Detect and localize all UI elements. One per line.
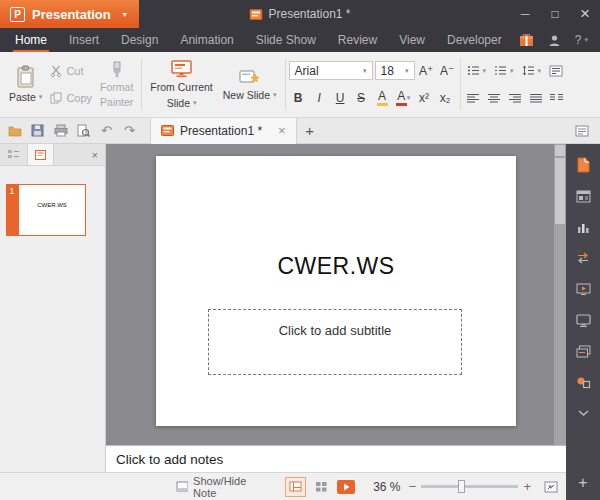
font-color-button[interactable]: A ▾: [394, 89, 413, 108]
maximize-button[interactable]: □: [540, 0, 570, 28]
align-center-button[interactable]: [485, 89, 504, 108]
from-current-slide-button[interactable]: From Current Slide▾: [145, 55, 217, 114]
slideshow-button[interactable]: [335, 477, 356, 497]
more-panels-icon[interactable]: [574, 404, 592, 422]
from-current-label-2: Slide: [167, 97, 190, 109]
add-panel-button[interactable]: +: [578, 474, 587, 492]
ribbon-separator: [285, 59, 286, 110]
tab-view[interactable]: View: [388, 28, 436, 52]
bullets-button[interactable]: ▾: [464, 64, 490, 77]
tab-home[interactable]: Home: [4, 28, 58, 52]
shrink-font-button[interactable]: A⁻: [438, 61, 457, 80]
monitor-icon[interactable]: [574, 311, 592, 329]
slide-panel-tabs: ×: [0, 144, 105, 166]
align-left-button[interactable]: [464, 89, 483, 108]
shapes-icon[interactable]: [574, 373, 592, 391]
share-icon[interactable]: [574, 249, 592, 267]
superscript-button[interactable]: x²: [415, 89, 434, 108]
scrollbar-thumb[interactable]: [555, 158, 565, 224]
gallery-icon[interactable]: [574, 342, 592, 360]
columns-button[interactable]: [548, 89, 567, 108]
vertical-scrollbar[interactable]: [554, 144, 566, 445]
ribbon-separator: [141, 59, 142, 110]
slides-view-tab[interactable]: [27, 144, 54, 165]
show-hide-note-label: Show/Hide Note: [193, 475, 267, 499]
close-panel-icon[interactable]: ×: [92, 149, 105, 161]
help-menu[interactable]: ?▾: [575, 33, 588, 47]
subscript-button[interactable]: x₂: [436, 89, 455, 108]
numbering-button[interactable]: ▾: [491, 64, 517, 77]
print-preview-button[interactable]: [73, 121, 94, 141]
strikethrough-button[interactable]: S: [352, 89, 371, 108]
zoom-out-button[interactable]: −: [409, 479, 417, 494]
font-size-combo[interactable]: 18 ▾: [375, 61, 415, 80]
document-tab[interactable]: Presentation1 * ×: [150, 118, 297, 144]
scrollbar-up-button[interactable]: [555, 145, 565, 156]
justify-icon: [530, 93, 543, 104]
paint-brush-icon: [110, 61, 124, 78]
justify-button[interactable]: [527, 89, 546, 108]
close-tab-icon[interactable]: ×: [278, 123, 286, 138]
zoom-slider[interactable]: [421, 485, 518, 488]
new-document-icon[interactable]: [574, 156, 592, 174]
bold-button[interactable]: B: [289, 89, 308, 108]
copy-button[interactable]: Copy: [47, 91, 95, 105]
normal-view-button[interactable]: [285, 477, 306, 497]
clipboard-icon: [16, 65, 36, 88]
zoom-level[interactable]: 36 %: [370, 480, 404, 494]
tab-developer[interactable]: Developer: [436, 28, 513, 52]
new-slide-button[interactable]: New Slide▾: [218, 55, 282, 114]
slide-thumbnail[interactable]: CWER.WS: [18, 184, 86, 236]
line-spacing-button[interactable]: ▾: [519, 64, 545, 77]
tab-animation[interactable]: Animation: [169, 28, 244, 52]
cut-button[interactable]: Cut: [47, 64, 95, 78]
subtitle-placeholder[interactable]: Click to add subtitle: [208, 309, 462, 375]
slide-title-text[interactable]: CWER.WS: [156, 253, 516, 280]
layout-icon[interactable]: [574, 187, 592, 205]
notes-pane[interactable]: Click to add notes: [106, 445, 566, 472]
show-hide-note-button[interactable]: Show/Hide Note: [176, 475, 267, 499]
app-menu-button[interactable]: P Presentation ▾: [0, 0, 139, 28]
underline-button[interactable]: U: [331, 89, 350, 108]
zoom-slider-thumb[interactable]: [458, 480, 465, 493]
ribbon-separator: [460, 59, 461, 110]
gift-icon[interactable]: [519, 33, 534, 47]
font-name-combo[interactable]: Arial ▾: [289, 61, 373, 80]
export-slide-icon[interactable]: [574, 280, 592, 298]
chevron-down-icon: ▾: [510, 67, 514, 75]
align-right-button[interactable]: [506, 89, 525, 108]
outline-view-tab[interactable]: [0, 144, 27, 165]
chart-icon[interactable]: [574, 218, 592, 236]
save-button[interactable]: [27, 121, 48, 141]
bullet-list-icon: [467, 65, 480, 76]
close-button[interactable]: ×: [570, 0, 600, 28]
zoom-in-button[interactable]: +: [523, 479, 531, 494]
tab-list-button[interactable]: [571, 121, 592, 141]
window-controls: ─ □ ×: [510, 0, 600, 28]
panel-list-icon: [575, 125, 589, 137]
tab-insert[interactable]: Insert: [58, 28, 110, 52]
open-button[interactable]: [4, 121, 25, 141]
folder-icon: [8, 125, 22, 137]
tab-slide-show[interactable]: Slide Show: [245, 28, 327, 52]
format-painter-label-2: Painter: [100, 96, 133, 108]
undo-button[interactable]: ↶: [96, 121, 117, 141]
new-tab-button[interactable]: +: [299, 120, 321, 142]
format-painter-button[interactable]: Format Painter: [95, 55, 138, 114]
slide-sorter-button[interactable]: [310, 477, 331, 497]
tab-review[interactable]: Review: [327, 28, 388, 52]
fit-to-window-button[interactable]: [544, 481, 558, 493]
font-color-swatch: [396, 103, 407, 106]
paste-button[interactable]: Paste▾: [4, 55, 47, 114]
minimize-button[interactable]: ─: [510, 0, 540, 28]
tab-design[interactable]: Design: [110, 28, 169, 52]
account-icon[interactable]: [548, 34, 561, 47]
text-direction-button[interactable]: [546, 61, 565, 80]
print-button[interactable]: [50, 121, 71, 141]
italic-button[interactable]: I: [310, 89, 329, 108]
redo-button[interactable]: ↷: [119, 121, 140, 141]
highlight-button[interactable]: A: [373, 89, 392, 108]
slide-icon: [161, 125, 174, 136]
chevron-down-icon: ▾: [407, 94, 411, 102]
grow-font-button[interactable]: A⁺: [417, 61, 436, 80]
